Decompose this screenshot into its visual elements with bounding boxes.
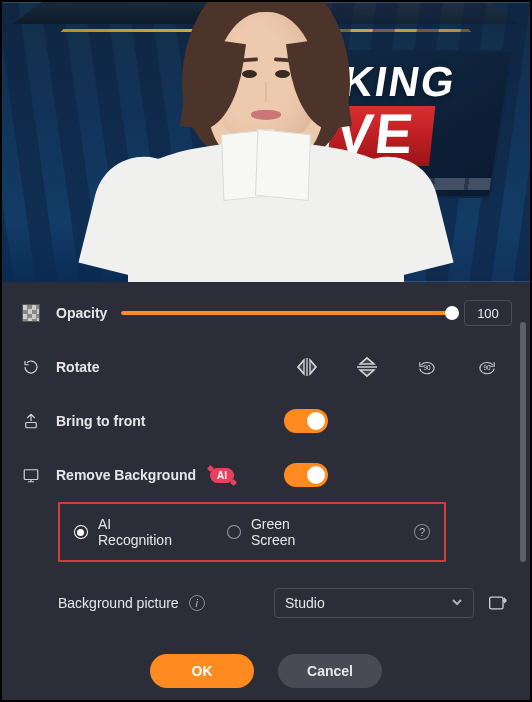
preview-area: EAKING IVE (2, 2, 530, 282)
rotate-left-90-icon[interactable]: 90 (414, 357, 440, 377)
opacity-value[interactable]: 100 (464, 300, 512, 326)
bring-to-front-toggle[interactable] (284, 409, 328, 433)
panel-scrollbar[interactable] (520, 302, 526, 642)
radio-green-screen-label: Green Screen (251, 516, 338, 548)
rotate-right-90-icon[interactable]: 90 (474, 357, 500, 377)
remove-background-icon (20, 466, 42, 484)
background-picture-select[interactable]: Studio (274, 588, 474, 618)
bg-method-group: AI Recognition Green Screen ? (58, 502, 446, 562)
help-icon[interactable]: ? (414, 524, 430, 540)
opacity-slider[interactable] (121, 311, 452, 315)
presenter (116, 22, 416, 282)
svg-text:90: 90 (483, 364, 491, 371)
radio-dot-icon (227, 525, 241, 539)
opacity-label: Opacity (56, 305, 107, 321)
radio-green-screen[interactable]: Green Screen (227, 516, 338, 548)
scrollbar-thumb[interactable] (520, 322, 526, 562)
footer-buttons: OK Cancel (20, 654, 512, 688)
svg-rect-3 (24, 470, 38, 480)
svg-text:90: 90 (423, 364, 431, 371)
radio-ai-recognition[interactable]: AI Recognition (74, 516, 189, 548)
bring-to-front-icon (20, 412, 42, 430)
flip-horizontal-icon[interactable] (294, 357, 320, 377)
background-picture-label: Background picture (58, 595, 179, 611)
open-folder-icon[interactable] (484, 589, 512, 617)
bring-to-front-row: Bring to front (20, 394, 512, 448)
rotate-row: Rotate 90 90 (20, 340, 512, 394)
remove-background-label: Remove Background (56, 467, 196, 483)
opacity-slider-thumb[interactable] (445, 306, 459, 320)
bring-to-front-label: Bring to front (56, 413, 145, 429)
radio-ai-recognition-label: AI Recognition (98, 516, 189, 548)
svg-rect-4 (490, 597, 503, 609)
remove-background-toggle[interactable] (284, 463, 328, 487)
chevron-down-icon (451, 595, 463, 611)
controls-panel: Opacity 100 Rotate 90 90 (4, 282, 528, 700)
info-icon[interactable]: i (189, 595, 205, 611)
remove-background-row: Remove Background AI (20, 448, 512, 502)
ok-button[interactable]: OK (150, 654, 254, 688)
rotate-label: Rotate (56, 359, 100, 375)
opacity-row: Opacity 100 (20, 286, 512, 340)
ai-badge: AI (210, 468, 234, 483)
svg-rect-2 (26, 423, 37, 428)
rotate-icon (20, 358, 42, 376)
background-picture-row: Background picture i Studio (58, 576, 512, 630)
cancel-button[interactable]: Cancel (278, 654, 382, 688)
background-picture-value: Studio (285, 595, 325, 611)
flip-vertical-icon[interactable] (354, 357, 380, 377)
radio-dot-icon (74, 525, 88, 539)
opacity-icon (20, 304, 42, 322)
